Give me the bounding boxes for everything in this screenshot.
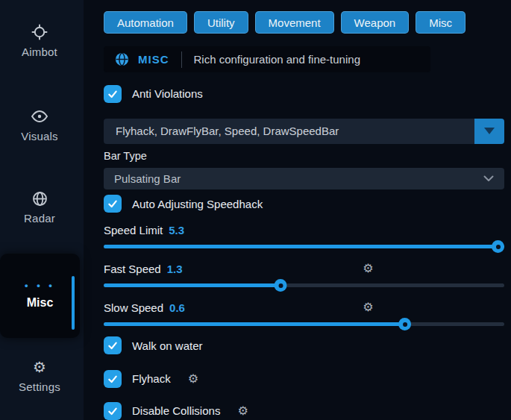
bar-type-select-value: Pulsating Bar xyxy=(114,172,181,185)
bar-type-label: Bar Type xyxy=(104,150,504,162)
crosshair-icon xyxy=(31,24,48,40)
globe-icon xyxy=(31,190,48,207)
tab-utility[interactable]: Utility xyxy=(194,11,248,34)
slider-track xyxy=(104,283,504,287)
checkbox-label: Auto Adjusting Speedhack xyxy=(132,198,263,210)
flyhack-checkbox[interactable] xyxy=(104,370,122,388)
checkbox-row-flyhack: Flyhack ⚙ xyxy=(104,370,504,388)
sidebar-item-visuals[interactable]: Visuals xyxy=(0,108,79,142)
ellipsis-icon: • • • xyxy=(25,283,55,289)
category-tabs: Automation Utility Movement Weapon Misc xyxy=(104,11,504,34)
sidebar-item-radar[interactable]: Radar xyxy=(0,190,79,225)
gear-icon[interactable]: ⚙ xyxy=(363,300,373,314)
tab-movement[interactable]: Movement xyxy=(255,11,334,34)
feature-multiselect-dropdown-button[interactable] xyxy=(474,119,504,144)
gear-icon[interactable]: ⚙ xyxy=(363,261,373,275)
section-banner: MISC Rich configuration and fine-tuning xyxy=(104,46,430,72)
main-panel: Automation Utility Movement Weapon Misc … xyxy=(84,0,511,420)
checkbox-label: Anti Violations xyxy=(132,87,203,100)
slider-thumb[interactable] xyxy=(275,279,287,292)
check-icon xyxy=(107,339,119,351)
checkbox-label: Walk on water xyxy=(132,339,202,352)
checkbox-row-disable-collisions: Disable Collisions ⚙ xyxy=(104,402,504,420)
divider xyxy=(181,51,182,68)
feature-multiselect[interactable]: Flyhack, DrawFlyBar, Speed, DrawSpeedBar xyxy=(104,119,504,144)
auto-adjusting-speedhack-checkbox[interactable] xyxy=(104,195,122,213)
check-icon xyxy=(107,405,119,417)
banner-subtitle: Rich configuration and fine-tuning xyxy=(194,53,360,66)
banner-title: MISC xyxy=(138,53,169,66)
sidebar-item-label: Visuals xyxy=(21,130,57,142)
eye-icon xyxy=(31,108,48,125)
active-indicator-bar xyxy=(72,276,75,330)
gear-icon: ⚙ xyxy=(31,359,48,375)
checkbox-label: Disable Collisions xyxy=(132,404,220,417)
sidebar-item-label: Misc xyxy=(27,296,54,310)
speed-limit-slider[interactable] xyxy=(104,238,504,257)
slider-label: Slow Speed xyxy=(104,301,163,314)
chevron-down-icon xyxy=(483,175,494,182)
gear-icon[interactable]: ⚙ xyxy=(237,404,248,418)
check-icon xyxy=(107,198,119,210)
checkbox-row-auto-adjusting: Auto Adjusting Speedhack xyxy=(104,195,504,213)
feature-multiselect-value: Flyhack, DrawFlyBar, Speed, DrawSpeedBar xyxy=(104,119,474,144)
tab-weapon[interactable]: Weapon xyxy=(341,11,410,34)
sidebar-item-label: Aimbot xyxy=(22,46,57,58)
checkbox-row-anti-violations: Anti Violations xyxy=(104,84,504,102)
slider-group-speed-limit: Speed Limit 5.3 ⚙ xyxy=(104,222,504,257)
slider-group-fast-speed: Fast Speed 1.3 ⚙ xyxy=(104,260,504,296)
slider-label: Fast Speed xyxy=(104,263,161,275)
slider-value: 1.3 xyxy=(167,263,183,275)
slider-label: Speed Limit xyxy=(104,224,163,236)
fast-speed-slider[interactable] xyxy=(104,277,504,296)
slider-fill xyxy=(104,245,504,248)
slider-value: 5.3 xyxy=(169,224,184,236)
slider-thumb[interactable] xyxy=(492,240,504,253)
sidebar-item-label: Radar xyxy=(24,212,55,225)
checkbox-row-walk-on-water: Walk on water ⚙ xyxy=(104,336,504,354)
slider-thumb[interactable] xyxy=(398,318,411,330)
disable-collisions-checkbox[interactable] xyxy=(104,402,122,420)
check-icon xyxy=(107,88,119,100)
walk-on-water-checkbox[interactable] xyxy=(104,336,122,354)
caret-down-icon xyxy=(484,128,495,134)
sidebar-item-settings[interactable]: ⚙ Settings xyxy=(0,359,79,393)
check-icon xyxy=(107,373,119,385)
tab-misc[interactable]: Misc xyxy=(416,11,465,34)
sidebar: Aimbot Visuals Radar • • • Misc ⚙ Settin… xyxy=(0,0,84,420)
gear-icon[interactable]: ⚙ xyxy=(188,372,198,386)
slider-group-slow-speed: Slow Speed 0.6 ⚙ xyxy=(104,299,504,335)
anti-violations-checkbox[interactable] xyxy=(104,85,122,103)
slider-track xyxy=(104,245,504,248)
slider-fill xyxy=(104,322,408,326)
slider-value: 0.6 xyxy=(169,301,185,314)
slider-track xyxy=(104,322,504,326)
globe-icon xyxy=(115,52,129,66)
sidebar-item-aimbot[interactable]: Aimbot xyxy=(0,24,79,58)
sidebar-item-misc-active[interactable]: • • • Misc xyxy=(0,254,80,338)
slow-speed-slider[interactable] xyxy=(104,316,504,335)
checkbox-label: Flyhack xyxy=(132,372,171,385)
bar-type-select[interactable]: Pulsating Bar xyxy=(104,168,504,189)
slider-fill xyxy=(104,283,280,287)
sidebar-item-label: Settings xyxy=(19,380,60,393)
tab-automation[interactable]: Automation xyxy=(104,11,187,34)
